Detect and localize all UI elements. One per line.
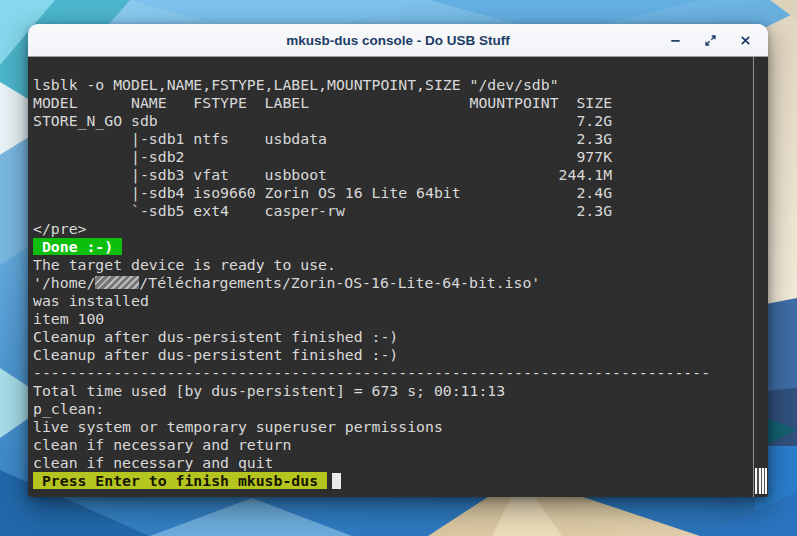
redacted-username [95,276,139,289]
terminal-line: |-sdb1 ntfs usbdata 2.3G [33,130,753,148]
prompt-badge: Press Enter to finish mkusb-dus [33,472,327,489]
terminal-output: lsblk -o MODEL,NAME,FSTYPE,LABEL,MOUNTPO… [28,57,753,497]
terminal-line: STORE_N_GO sdb 7.2G [33,112,753,130]
terminal-line: p_clean: [33,400,753,418]
terminal-line: live system or temporary superuser permi… [33,418,753,436]
terminal-line: Press Enter to finish mkusb-dus [33,472,753,490]
scrollbar-thumb[interactable] [755,468,767,494]
terminal-line: Total time used [by dus-persistent] = 67… [33,382,753,400]
terminal-line: |-sdb4 iso9660 Zorin OS 16 Lite 64bit 2.… [33,184,753,202]
terminal-line: lsblk -o MODEL,NAME,FSTYPE,LABEL,MOUNTPO… [33,76,753,94]
close-button[interactable] [734,30,756,52]
terminal-line: Cleanup after dus-persistent finished :-… [33,328,753,346]
terminal-scrollbar[interactable] [753,57,768,497]
minimize-button[interactable] [664,30,686,52]
terminal-line: clean if necessary and quit [33,454,753,472]
terminal-line: |-sdb3 vfat usbboot 244.1M [33,166,753,184]
terminal-line: `-sdb5 ext4 casper-rw 2.3G [33,202,753,220]
terminal[interactable]: lsblk -o MODEL,NAME,FSTYPE,LABEL,MOUNTPO… [28,57,768,497]
terminal-line: </pre> [33,220,753,238]
terminal-line: The target device is ready to use. [33,256,753,274]
terminal-line: Done :-) [33,238,753,256]
terminal-line: ----------------------------------------… [33,364,753,382]
terminal-line: |-sdb2 977K [33,148,753,166]
terminal-line: Cleanup after dus-persistent finished :-… [33,346,753,364]
mkusb-console-window: mkusb-dus console - Do USB Stuff [28,24,768,497]
window-title: mkusb-dus console - Do USB Stuff [28,24,768,57]
terminal-line: item 100 [33,310,753,328]
expand-arrows-icon [704,34,717,47]
x-icon [739,34,752,47]
terminal-line: MODEL NAME FSTYPE LABEL MOUNTPOINT SIZE [33,94,753,112]
done-badge: Done :-) [33,238,122,255]
maximize-button[interactable] [699,30,721,52]
minus-icon [669,34,682,47]
window-titlebar[interactable]: mkusb-dus console - Do USB Stuff [28,24,768,57]
terminal-line: clean if necessary and return [33,436,753,454]
terminal-line: was installed [33,292,753,310]
window-controls [664,24,756,57]
terminal-line: '/home//Téléchargements/Zorin-OS-16-Lite… [33,274,753,292]
text-cursor [332,473,341,489]
desktop-wallpaper: mkusb-dus console - Do USB Stuff [0,0,797,536]
